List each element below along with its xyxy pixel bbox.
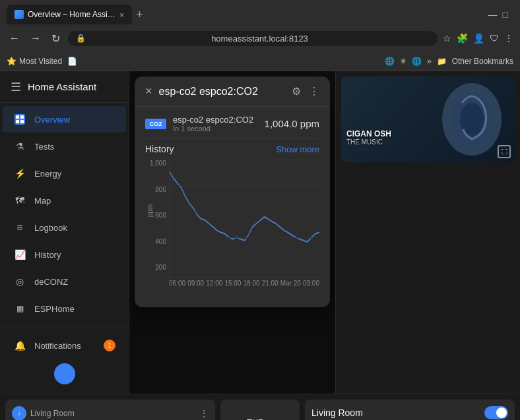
shield-button[interactable]: 🛡 (490, 33, 499, 44)
sidebar-item-overview[interactable]: Overview (3, 106, 126, 133)
profile-button[interactable]: 👤 (473, 33, 484, 44)
sidebar-item-esphome[interactable]: ▦ ESPHome (3, 295, 126, 322)
sidebar-item-notifications[interactable]: 🔔 Notifications 1 (3, 332, 126, 359)
entity-info: esp-co2 espco2:CO2 In 1 second (173, 115, 265, 133)
chart-section: History Show more 1,000 800 600 400 20 (145, 138, 319, 297)
entity-subtitle: In 1 second (173, 125, 265, 133)
logbook-icon: ≡ (13, 221, 26, 234)
music-source: Living Room (30, 409, 75, 418)
sidebar-menu-icon[interactable]: ☰ (11, 80, 21, 94)
show-more-button[interactable]: Show more (276, 144, 319, 154)
most-visited-label: Most Visited (19, 57, 62, 66)
window-minimize[interactable]: — (488, 9, 498, 20)
menu-button[interactable]: ⋮ (504, 33, 513, 44)
chart-title: History (145, 144, 174, 154)
sidebar-item-map[interactable]: 🗺 Map (3, 187, 126, 214)
sidebar-item-tests[interactable]: ⚗ Tests (3, 133, 126, 160)
overview-label: Overview (34, 115, 70, 125)
bookmark-globe1[interactable]: 🌐 (385, 57, 395, 66)
history-icon: 📈 (13, 248, 26, 261)
album-text-2: THE MUSIC (346, 138, 482, 146)
tab-favicon (15, 10, 24, 19)
entity-row: CO2 esp-co2 espco2:CO2 In 1 second 1,004… (145, 107, 319, 138)
fullscreen-icon[interactable]: ⛶ (502, 148, 507, 155)
entity-detail-modal: × esp-co2 espco2:CO2 ⚙ ⋮ CO2 esp-co2 esp… (135, 76, 330, 307)
new-tab-button[interactable]: + (136, 8, 143, 22)
x-label-0600: 06:00 (169, 280, 185, 287)
reload-button[interactable]: ↻ (49, 31, 63, 46)
back-button[interactable]: ← (7, 31, 22, 45)
x-label-1800: 18:00 (244, 280, 260, 287)
bookmark-expand[interactable]: » (427, 57, 432, 66)
sidebar: ☰ Home Assistant Overview ⚗ Tests ⚡ Ener… (0, 71, 129, 394)
window-maximize[interactable]: □ (503, 9, 508, 20)
y-label-1000: 1,000 (150, 160, 166, 167)
sidebar-footer: 🔔 Notifications 1 (0, 326, 129, 394)
user-avatar[interactable] (54, 363, 75, 384)
address-text: homeassistant.local:8123 (90, 34, 430, 44)
lock-icon: 🔒 (76, 34, 86, 43)
deconz-icon: ◎ (13, 275, 26, 288)
bookmark-page[interactable]: 📄 (67, 57, 77, 66)
bookmark-pinwheel[interactable]: ✳ (400, 57, 406, 66)
sidebar-header: ☰ Home Assistant (0, 71, 129, 103)
energy-label: Energy (34, 169, 61, 179)
ppm-axis-label: ppm (146, 204, 154, 217)
chart-container: 1,000 800 600 400 200 ppm (145, 160, 319, 291)
living-room-card: Living Room plug Plug (305, 400, 515, 420)
tests-icon: ⚗ (13, 140, 26, 153)
browser-chrome: Overview – Home Assi… × + — □ ← → ↻ 🔒 ho… (0, 0, 520, 71)
sidebar-item-deconz[interactable]: ◎ deCONZ (3, 268, 126, 295)
chart-svg (170, 160, 319, 278)
x-label-0300: 03:00 (303, 280, 319, 287)
x-label-2100: 21:00 (262, 280, 278, 287)
modal-title: esp-co2 espco2:CO2 (159, 86, 292, 98)
modal-overlay: × esp-co2 espco2:CO2 ⚙ ⋮ CO2 esp-co2 esp… (129, 71, 335, 394)
browser-controls: ← → ↻ 🔒 homeassistant.local:8123 ☆ 🧩 👤 🛡… (0, 25, 520, 51)
modal-close-button[interactable]: × (145, 84, 152, 98)
modal-more-button[interactable]: ⋮ (309, 85, 319, 98)
star-button[interactable]: ☆ (443, 33, 451, 44)
x-label-1200: 12:00 (206, 280, 222, 287)
logbook-label: Logbook (34, 223, 67, 233)
overview-icon (13, 113, 26, 126)
right-panel: ⛶ CIGAN OSH THE MUSIC (335, 71, 520, 394)
esphome-label: ESPHome (34, 304, 75, 314)
sidebar-item-logbook[interactable]: ≡ Logbook (3, 214, 126, 241)
browser-action-buttons: ☆ 🧩 👤 🛡 ⋮ (443, 33, 513, 44)
entity-value: 1,004.0 ppm (265, 118, 319, 129)
tab-close-button[interactable]: × (119, 10, 125, 20)
extensions-button[interactable]: 🧩 (457, 33, 468, 44)
app: ☰ Home Assistant Overview ⚗ Tests ⚡ Ener… (0, 71, 520, 394)
music-source-icon: ♪ (12, 406, 26, 420)
thp-card: ② THP 1,015 hPa (220, 400, 300, 420)
media-album-art: ⛶ CIGAN OSH THE MUSIC (341, 76, 515, 162)
y-label-200: 200 (155, 264, 166, 271)
sidebar-item-energy[interactable]: ⚡ Energy (3, 160, 126, 187)
y-label-800: 800 (155, 186, 166, 193)
chart-line (170, 171, 319, 241)
living-room-title: Living Room (311, 407, 363, 418)
modal-settings-button[interactable]: ⚙ (292, 85, 301, 98)
bookmark-globe2[interactable]: 🌐 (412, 57, 422, 66)
active-tab[interactable]: Overview – Home Assi… × (7, 5, 132, 24)
bookmark-most-visited[interactable]: ⭐ Most Visited (7, 57, 62, 66)
notifications-label: Notifications (34, 341, 81, 351)
thp-label: THP (247, 417, 283, 420)
album-text-1: CIGAN OSH (346, 129, 482, 138)
page-icon: 📄 (67, 57, 77, 66)
chart-header: History Show more (145, 144, 319, 154)
tests-label: Tests (34, 142, 54, 152)
other-bookmarks-label[interactable]: Other Bookmarks (452, 57, 513, 66)
forward-button[interactable]: → (28, 31, 44, 45)
esphome-icon: ▦ (13, 302, 26, 315)
music-more-button[interactable]: ⋮ (199, 408, 209, 419)
sidebar-item-history[interactable]: 📈 History (3, 241, 126, 268)
energy-icon: ⚡ (13, 167, 26, 180)
sidebar-nav: Overview ⚗ Tests ⚡ Energy 🗺 Map ≡ Logboo… (0, 103, 129, 326)
address-bar[interactable]: 🔒 homeassistant.local:8123 (68, 31, 438, 46)
x-label-0900: 09:00 (187, 280, 204, 287)
living-room-toggle[interactable] (484, 406, 508, 419)
x-label-mar20: Mar 20 (280, 280, 301, 287)
bookmark-folder-icon: 📁 (437, 57, 447, 66)
